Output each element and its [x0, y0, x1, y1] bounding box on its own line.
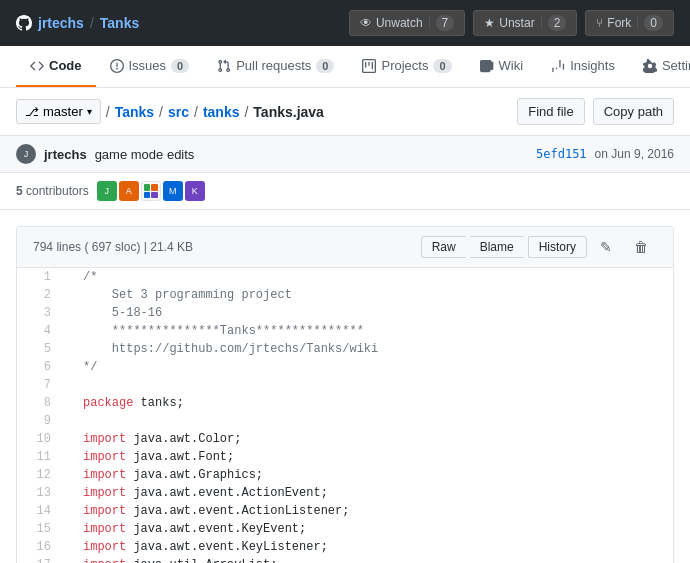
line-code: import java.awt.Graphics; — [67, 466, 673, 484]
tab-issues-label: Issues — [129, 58, 167, 73]
fork-count: 0 — [644, 15, 663, 31]
line-num[interactable]: 16 — [17, 538, 67, 556]
branch-selector[interactable]: ⎇ master ▾ — [16, 99, 101, 124]
tab-projects[interactable]: Projects 0 — [348, 46, 465, 87]
line-num[interactable]: 17 — [17, 556, 67, 563]
projects-icon — [362, 59, 376, 73]
projects-badge: 0 — [433, 59, 451, 73]
breadcrumb-tanks[interactable]: Tanks — [115, 104, 154, 120]
breadcrumb-src[interactable]: src — [168, 104, 189, 120]
table-row: 1 /* — [17, 268, 673, 286]
contributor-avatar-2[interactable]: A — [119, 181, 139, 201]
commit-info: J jrtechs game mode edits 5efd151 on Jun… — [0, 135, 690, 173]
table-row: 9 — [17, 412, 673, 430]
breadcrumb-sep3: / — [194, 104, 198, 120]
file-meta: 794 lines ( 697 sloc) | 21.4 KB — [33, 240, 193, 254]
line-num[interactable]: 5 — [17, 340, 67, 358]
star-count: 2 — [548, 15, 567, 31]
repo-nav: Code Issues 0 Pull requests 0 Projects 0… — [0, 46, 690, 88]
divider3 — [637, 16, 638, 30]
copy-path-button[interactable]: Copy path — [593, 98, 674, 125]
commit-author[interactable]: jrtechs — [44, 147, 87, 162]
fork-icon: ⑂ — [596, 16, 603, 30]
org-link[interactable]: jrtechs — [38, 15, 84, 31]
tab-code[interactable]: Code — [16, 46, 96, 87]
pr-icon — [217, 59, 231, 73]
branch-name: master — [43, 104, 83, 119]
tab-settings-label: Settings — [662, 58, 690, 73]
file-lines: 794 — [33, 240, 53, 254]
table-row: 11 import java.awt.Font; — [17, 448, 673, 466]
edit-icon-button[interactable]: ✎ — [591, 235, 621, 259]
file-lines-label: lines ( — [56, 240, 88, 254]
line-num[interactable]: 2 — [17, 286, 67, 304]
code-table: 1 /* 2 Set 3 programming project 3 5-18-… — [17, 268, 673, 563]
watch-label: Unwatch — [376, 16, 423, 30]
line-num[interactable]: 14 — [17, 502, 67, 520]
delete-icon-button[interactable]: 🗑 — [625, 235, 657, 259]
commit-sha-link[interactable]: 5efd151 — [536, 147, 587, 161]
line-num[interactable]: 12 — [17, 466, 67, 484]
line-num[interactable]: 1 — [17, 268, 67, 286]
tab-settings[interactable]: Settings — [629, 46, 690, 87]
repo-link[interactable]: Tanks — [100, 15, 139, 31]
code-container: 1 /* 2 Set 3 programming project 3 5-18-… — [17, 268, 673, 563]
file-size: 21.4 KB — [150, 240, 193, 254]
line-num[interactable]: 9 — [17, 412, 67, 430]
line-num[interactable]: 3 — [17, 304, 67, 322]
star-icon: ★ — [484, 16, 495, 30]
line-num[interactable]: 13 — [17, 484, 67, 502]
tab-insights[interactable]: Insights — [537, 46, 629, 87]
divider2 — [541, 16, 542, 30]
file-nav-actions: Find file Copy path — [517, 98, 674, 125]
table-row: 14 import java.awt.event.ActionListener; — [17, 502, 673, 520]
star-button[interactable]: ★ Unstar 2 — [473, 10, 577, 36]
table-row: 17 import java.util.ArrayList; — [17, 556, 673, 563]
contributors-count: 5 contributors — [16, 184, 89, 198]
line-code: import java.awt.event.ActionListener; — [67, 502, 673, 520]
table-row: 3 5-18-16 — [17, 304, 673, 322]
commit-left: J jrtechs game mode edits — [16, 144, 194, 164]
breadcrumb-tanks-dir[interactable]: tanks — [203, 104, 240, 120]
breadcrumb-bar: ⎇ master ▾ / Tanks / src / tanks / Tanks… — [0, 88, 690, 135]
line-code: import java.awt.Font; — [67, 448, 673, 466]
contributor-avatar-4[interactable]: M — [163, 181, 183, 201]
line-num[interactable]: 10 — [17, 430, 67, 448]
star-label: Unstar — [499, 16, 534, 30]
blame-button[interactable]: Blame — [470, 236, 524, 258]
tab-issues[interactable]: Issues 0 — [96, 46, 204, 87]
line-num[interactable]: 7 — [17, 376, 67, 394]
page-header: jrtechs / Tanks 👁 Unwatch 7 ★ Unstar 2 ⑂… — [0, 0, 690, 46]
fork-button[interactable]: ⑂ Fork 0 — [585, 10, 674, 36]
contributor-avatars: J A M K — [97, 181, 205, 201]
line-num[interactable]: 11 — [17, 448, 67, 466]
line-num[interactable]: 15 — [17, 520, 67, 538]
tab-pr-label: Pull requests — [236, 58, 311, 73]
eye-icon: 👁 — [360, 16, 372, 30]
chevron-down-icon: ▾ — [87, 106, 92, 117]
file-header: 794 lines ( 697 sloc) | 21.4 KB Raw Blam… — [17, 227, 673, 268]
line-code: import java.util.ArrayList; — [67, 556, 673, 563]
line-num[interactable]: 4 — [17, 322, 67, 340]
line-code: 5-18-16 — [67, 304, 673, 322]
breadcrumb: ⎇ master ▾ / Tanks / src / tanks / Tanks… — [16, 99, 324, 124]
line-num[interactable]: 6 — [17, 358, 67, 376]
line-code: import java.awt.Color; — [67, 430, 673, 448]
find-file-button[interactable]: Find file — [517, 98, 585, 125]
table-row: 8 package tanks; — [17, 394, 673, 412]
tab-wiki[interactable]: Wiki — [466, 46, 538, 87]
line-num[interactable]: 8 — [17, 394, 67, 412]
breadcrumb-sep1: / — [106, 104, 110, 120]
fork-label: Fork — [607, 16, 631, 30]
tab-pull-requests[interactable]: Pull requests 0 — [203, 46, 348, 87]
watch-button[interactable]: 👁 Unwatch 7 — [349, 10, 465, 36]
contributor-avatar-3[interactable] — [141, 181, 161, 201]
contributor-avatar-1[interactable]: J — [97, 181, 117, 201]
table-row: 12 import java.awt.Graphics; — [17, 466, 673, 484]
contributor-avatar-5[interactable]: K — [185, 181, 205, 201]
raw-button[interactable]: Raw — [421, 236, 466, 258]
issues-icon — [110, 59, 124, 73]
tab-wiki-label: Wiki — [499, 58, 524, 73]
line-code: import java.awt.event.ActionEvent; — [67, 484, 673, 502]
history-button[interactable]: History — [528, 236, 587, 258]
